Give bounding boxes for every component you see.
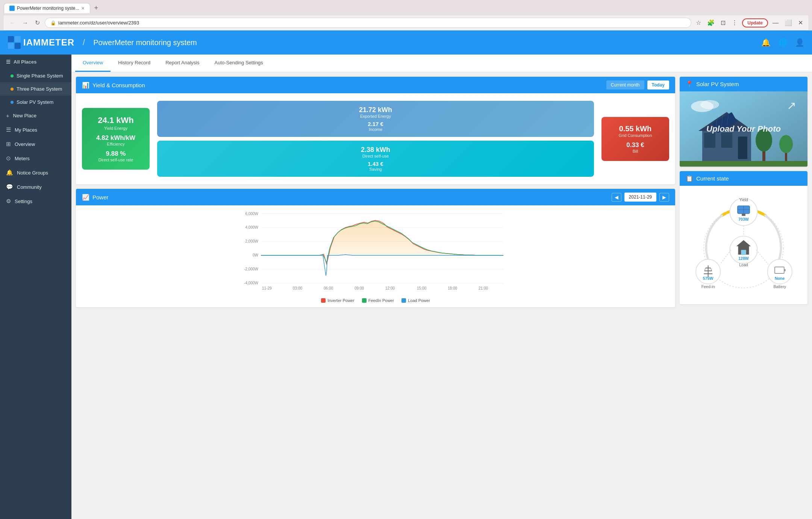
notification-button[interactable]: 🔔 xyxy=(761,38,771,47)
address-bar[interactable]: 🔒 iammeter.com/dz/user/overview/2393 xyxy=(45,18,691,28)
svg-rect-67 xyxy=(784,269,786,271)
svg-text:21:00: 21:00 xyxy=(479,286,488,290)
notice-groups-label: Notice Groups xyxy=(17,170,48,176)
close-window-button[interactable]: ✕ xyxy=(797,18,804,27)
sidebar-item-three-phase[interactable]: Three Phase System xyxy=(0,82,71,96)
profile-button[interactable]: ⊡ xyxy=(719,18,727,27)
legend-load-dot xyxy=(401,298,406,303)
date-display: 2021-11-29 xyxy=(624,193,656,202)
svg-text:18:00: 18:00 xyxy=(448,286,457,290)
settings-label: Settings xyxy=(15,199,32,204)
yield-efficiency-label: Efficiency xyxy=(91,142,141,146)
yield-main-box: 24.1 kWh Yield Energy 4.82 kWh/kW Effici… xyxy=(82,108,150,170)
list-icon: ☰ xyxy=(6,126,11,133)
logo-text: IAMMETER xyxy=(23,37,74,48)
back-button[interactable]: ← xyxy=(8,19,17,27)
solar-pv-card: 📍 Solar PV System xyxy=(680,77,807,167)
new-place-label: New Place xyxy=(13,113,36,118)
tab-history-record[interactable]: History Record xyxy=(111,55,158,72)
direct-selfuse-box: 2.38 kWh Direct self-use 1.43 € Saving xyxy=(157,141,594,177)
my-places-label: My Places xyxy=(15,127,37,133)
tab-report-analysis[interactable]: Report Analysis xyxy=(158,55,207,72)
dot-solar-pv xyxy=(11,101,14,104)
current-month-btn[interactable]: Current month xyxy=(606,80,644,90)
forward-button[interactable]: → xyxy=(20,19,30,27)
exported-label: Exported Energy xyxy=(164,114,587,118)
exported-energy-box: 21.72 kWh Exported Energy 2.17 € Income xyxy=(157,101,594,137)
yield-energy-label: Yield Energy xyxy=(91,126,141,131)
sidebar-item-overview[interactable]: ⊞ Overview xyxy=(0,137,71,151)
svg-marker-24 xyxy=(261,220,503,264)
logo-icon xyxy=(8,36,21,49)
sidebar-label-three-phase: Three Phase System xyxy=(17,86,62,92)
svg-text:6,000W: 6,000W xyxy=(245,212,259,216)
saving-val: 1.43 € xyxy=(164,161,587,167)
sidebar-label-single-phase: Single Phase System xyxy=(17,73,63,79)
saving-label: Saving xyxy=(164,167,587,171)
direct-label: Direct self-use xyxy=(164,154,587,158)
logo-box: IAMMETER xyxy=(8,36,74,49)
plus-icon: + xyxy=(6,112,9,119)
svg-text:128W: 128W xyxy=(738,256,749,261)
svg-point-41 xyxy=(779,135,793,153)
sidebar-item-community[interactable]: 💬 Community xyxy=(0,180,71,194)
arrow-icon: ↗ xyxy=(787,99,796,112)
sidebar-item-single-phase[interactable]: Single Phase System xyxy=(0,69,71,82)
user-button[interactable]: 👤 xyxy=(795,38,804,47)
update-button[interactable]: Update xyxy=(742,18,768,27)
svg-text:4,000W: 4,000W xyxy=(245,225,259,229)
sidebar: ☰ All Places Single Phase System Three P… xyxy=(0,55,71,519)
legend-inverter-dot xyxy=(321,298,326,303)
star-button[interactable]: ☆ xyxy=(694,18,703,27)
sidebar-all-places[interactable]: ☰ All Places xyxy=(0,55,71,69)
svg-text:703W: 703W xyxy=(738,217,749,222)
svg-rect-48 xyxy=(742,214,745,216)
menu-button[interactable]: ⋮ xyxy=(730,18,739,27)
current-state-body: 703W Yield 128W Load xyxy=(680,186,807,304)
logo-area: IAMMETER / PowerMeter monitoring system xyxy=(8,36,197,49)
main-layout: ☰ All Places Single Phase System Three P… xyxy=(0,55,812,519)
yield-card-header: 📊 Yield & Consumption Current month Toda… xyxy=(76,77,675,93)
minimize-button[interactable]: — xyxy=(771,19,780,27)
svg-rect-31 xyxy=(721,133,732,148)
language-button[interactable]: 🌐 xyxy=(778,38,788,47)
sidebar-item-meters[interactable]: ⊙ Meters xyxy=(0,151,71,165)
sidebar-item-my-places[interactable]: ☰ My Places xyxy=(0,123,71,137)
sidebar-item-notice-groups[interactable]: 🔔 Notice Groups xyxy=(0,165,71,180)
chat-icon: 💬 xyxy=(6,184,13,190)
svg-text:2,000W: 2,000W xyxy=(245,239,259,243)
tab-auto-sending-settings[interactable]: Auto-Sending Settings xyxy=(207,55,270,72)
upload-text: Upload Your Photo xyxy=(706,124,781,134)
svg-text:None: None xyxy=(775,276,785,281)
income-label: Income xyxy=(164,127,587,132)
svg-text:06:00: 06:00 xyxy=(324,286,333,290)
tab-close-btn[interactable]: ✕ xyxy=(81,6,85,11)
browser-chrome: PowerMeter monitoring syste... ✕ + ← → ↻… xyxy=(0,0,812,30)
header-title: PowerMeter monitoring system xyxy=(93,38,197,47)
meter-icon: ⊙ xyxy=(6,155,11,162)
sidebar-item-settings[interactable]: ⚙ Settings xyxy=(0,194,71,208)
solar-pv-image: Upload Your Photo ↗ xyxy=(680,91,807,167)
date-next-btn[interactable]: ▶ xyxy=(659,193,669,202)
sidebar-item-new-place[interactable]: + New Place xyxy=(0,109,71,123)
maximize-button[interactable]: ⬜ xyxy=(783,18,794,27)
chart-legend: Inverter Power FeedIn Power Load Power xyxy=(76,297,675,307)
meters-label: Meters xyxy=(15,156,30,161)
svg-rect-30 xyxy=(704,133,715,148)
today-btn[interactable]: Today xyxy=(647,80,669,90)
legend-feedin-dot xyxy=(362,298,367,303)
tab-bar: PowerMeter monitoring syste... ✕ + xyxy=(4,3,808,13)
sidebar-item-solar-pv[interactable]: Solar PV System xyxy=(0,96,71,109)
refresh-button[interactable]: ↻ xyxy=(33,18,42,27)
community-label: Community xyxy=(17,184,42,190)
new-tab-button[interactable]: + xyxy=(92,3,100,13)
current-state-card: 📋 Current state xyxy=(680,171,807,304)
date-prev-btn[interactable]: ◀ xyxy=(612,193,621,202)
extension-button[interactable]: 🧩 xyxy=(706,18,716,27)
url-text: iammeter.com/dz/user/overview/2393 xyxy=(58,20,139,26)
tab-overview[interactable]: Overview xyxy=(75,55,111,72)
legend-feedin: FeedIn Power xyxy=(362,298,394,303)
browser-tab-active[interactable]: PowerMeter monitoring syste... ✕ xyxy=(4,3,90,13)
svg-text:09:00: 09:00 xyxy=(354,286,364,290)
settings-icon: ⚙ xyxy=(6,198,11,205)
